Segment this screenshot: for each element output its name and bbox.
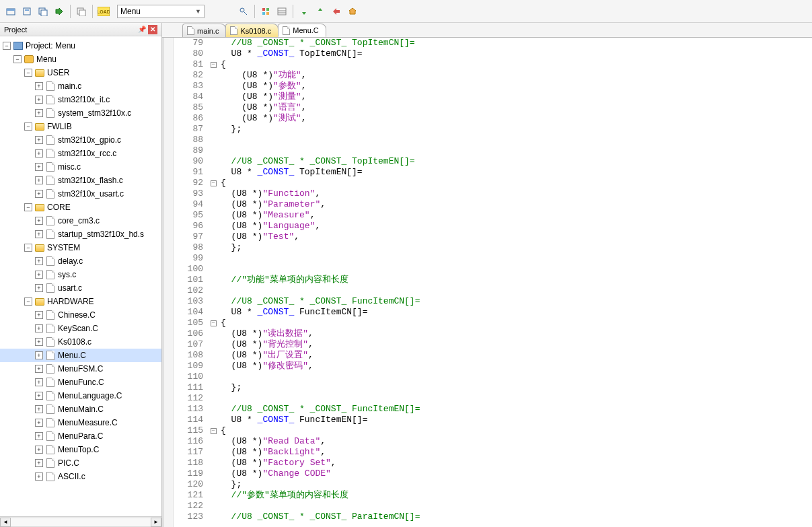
tree-file[interactable]: +KeyScan.C <box>0 322 161 335</box>
tree-toggle[interactable]: − <box>24 69 32 77</box>
tree-toggle[interactable]: + <box>35 324 43 332</box>
editor-tab[interactable]: main.c <box>182 24 226 37</box>
tree-project-root[interactable]: −Project: Menu <box>0 39 161 52</box>
tree-group-system[interactable]: −SYSTEM <box>0 241 161 254</box>
tree-file[interactable]: +MenuTop.C <box>0 443 161 456</box>
tree-file[interactable]: +delay.c <box>0 254 161 268</box>
tree-file[interactable]: +stm32f10x_rcc.c <box>0 147 161 160</box>
pin-icon[interactable]: 📌 <box>137 25 147 34</box>
tree-toggle[interactable]: + <box>35 338 43 346</box>
tree-file[interactable]: +startup_stm32f10x_hd.s <box>0 227 161 241</box>
tree-toggle[interactable]: + <box>35 257 43 265</box>
tb-icon-options[interactable] <box>259 5 272 18</box>
tree-group-fwlib[interactable]: −FWLIB <box>0 120 161 133</box>
tb-icon-1[interactable] <box>4 5 17 18</box>
tree-toggle[interactable]: + <box>35 82 43 90</box>
project-tree[interactable]: −Project: Menu−Menu−USER+main.c+stm32f10… <box>0 36 161 516</box>
tree-file[interactable]: +MenuFSM.C <box>0 362 161 376</box>
tree-file[interactable]: +ASCII.c <box>0 470 161 483</box>
tree-toggle[interactable]: + <box>35 472 43 481</box>
tree-toggle[interactable]: + <box>35 432 43 440</box>
code-editor[interactable]: 79 //U8 _CONST_ * _CONST_ TopItemCN[]=80… <box>162 38 812 527</box>
tree-target[interactable]: −Menu <box>0 52 161 66</box>
tree-file[interactable]: +system_stm32f10x.c <box>0 106 161 120</box>
tb-upload-icon[interactable] <box>313 5 327 18</box>
load-button[interactable]: LOAD <box>97 5 110 18</box>
tree-file[interactable]: +MenuPara.C <box>0 429 161 443</box>
tree-group-user[interactable]: −USER <box>0 66 161 79</box>
tree-file[interactable]: +main.c <box>0 79 161 93</box>
fold-gutter[interactable]: − <box>209 178 218 188</box>
target-combo[interactable]: Menu ▼ <box>117 5 205 18</box>
tree-group-core[interactable]: −CORE <box>0 201 161 214</box>
fold-gutter[interactable]: − <box>209 318 218 328</box>
tb-download-icon[interactable] <box>297 5 311 18</box>
tb-step-icon[interactable] <box>330 5 343 18</box>
tree-toggle[interactable]: + <box>35 392 43 400</box>
tree-file[interactable]: +stm32f10x_it.c <box>0 93 161 106</box>
tb-home-icon[interactable] <box>346 5 359 18</box>
tree-toggle[interactable]: + <box>35 351 43 359</box>
tree-file[interactable]: +MenuLanguage.C <box>0 389 161 402</box>
tree-toggle[interactable]: + <box>35 230 43 238</box>
tree-file[interactable]: +Menu.C <box>0 349 161 362</box>
tree-file[interactable]: +Ks0108.c <box>0 335 161 349</box>
tree-file[interactable]: +core_cm3.c <box>0 214 161 227</box>
svg-rect-15 <box>266 12 269 15</box>
fold-gutter[interactable]: − <box>209 59 218 70</box>
tree-toggle[interactable]: + <box>35 459 43 467</box>
code-content[interactable]: 79 //U8 _CONST_ * _CONST_ TopItemCN[]=80… <box>174 38 812 527</box>
panel-h-scrollbar[interactable]: ◄ ► <box>0 516 161 527</box>
tb-icon-4[interactable] <box>52 5 66 18</box>
tb-icon-3[interactable] <box>36 5 50 18</box>
tree-file[interactable]: +MenuMain.C <box>0 402 161 416</box>
tree-file[interactable]: +stm32f10x_flash.c <box>0 174 161 187</box>
tree-toggle[interactable]: + <box>35 217 43 225</box>
tree-file[interactable]: +misc.c <box>0 160 161 174</box>
tree-toggle[interactable]: + <box>35 271 43 279</box>
tree-toggle[interactable]: − <box>24 203 32 211</box>
tb-icon-2[interactable] <box>20 5 34 18</box>
fold-gutter[interactable]: − <box>209 425 218 436</box>
tree-file[interactable]: +MenuMeasure.C <box>0 416 161 429</box>
tree-file[interactable]: +stm32f10x_usart.c <box>0 187 161 201</box>
tree-toggle[interactable]: + <box>35 311 43 319</box>
tree-file[interactable]: +Chinese.C <box>0 308 161 322</box>
tree-toggle[interactable]: − <box>3 42 11 50</box>
code-text: (U8 *)"Read Data", <box>218 436 326 447</box>
tree-toggle[interactable]: + <box>35 109 43 117</box>
scroll-right-button[interactable]: ► <box>151 518 161 527</box>
scroll-track[interactable] <box>11 518 151 527</box>
tree-toggle[interactable]: + <box>35 149 43 157</box>
close-icon[interactable]: ✕ <box>148 25 157 34</box>
tree-toggle[interactable]: + <box>35 163 43 171</box>
tree-toggle[interactable]: + <box>35 446 43 454</box>
scroll-left-button[interactable]: ◄ <box>0 518 11 527</box>
editor-tab[interactable]: Menu.C <box>278 24 326 37</box>
tree-toggle[interactable]: + <box>35 136 43 144</box>
tree-toggle[interactable]: + <box>35 176 43 184</box>
tree-toggle[interactable]: − <box>24 297 32 306</box>
editor-tab[interactable]: Ks0108.c <box>225 24 279 37</box>
tb-icon-manage[interactable] <box>275 5 289 18</box>
fold-gutter <box>209 328 218 339</box>
tree-toggle[interactable]: + <box>35 190 43 198</box>
tree-file[interactable]: +usart.c <box>0 281 161 295</box>
tree-toggle[interactable]: − <box>13 55 22 63</box>
tree-toggle[interactable]: + <box>35 405 43 413</box>
tree-toggle[interactable]: + <box>35 96 43 104</box>
tree-toggle[interactable]: + <box>35 365 43 373</box>
tree-file[interactable]: +MenuFunc.C <box>0 376 161 389</box>
tb-icon-find[interactable] <box>237 5 250 18</box>
tree-toggle[interactable]: + <box>35 284 43 292</box>
tree-toggle[interactable]: + <box>35 378 43 386</box>
tree-file[interactable]: +sys.c <box>0 268 161 281</box>
tree-file[interactable]: +PIC.C <box>0 456 161 470</box>
tree-group-hardware[interactable]: −HARDWARE <box>0 295 161 308</box>
separator <box>254 5 255 18</box>
tb-icon-5[interactable] <box>75 5 88 18</box>
tree-toggle[interactable]: + <box>35 419 43 427</box>
tree-toggle[interactable]: − <box>24 244 32 252</box>
tree-file[interactable]: +stm32f10x_gpio.c <box>0 133 161 147</box>
tree-toggle[interactable]: − <box>24 122 32 131</box>
